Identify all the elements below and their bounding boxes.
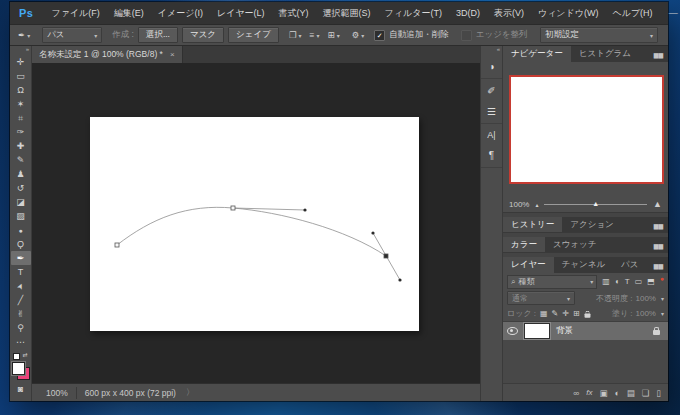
- filter-smart-object-icon[interactable]: ⬒: [647, 277, 655, 286]
- new-group-icon[interactable]: ▤: [627, 388, 635, 398]
- filter-type-icon[interactable]: T: [625, 277, 630, 286]
- line-tool[interactable]: ╱: [11, 293, 31, 307]
- delete-layer-icon[interactable]: ▯: [656, 388, 661, 398]
- menu-view[interactable]: 表示(V): [487, 2, 531, 24]
- dodge-tool[interactable]: Ϙ: [11, 237, 31, 251]
- menu-select[interactable]: 選択範囲(S): [316, 2, 378, 24]
- brush-tool[interactable]: ✎: [11, 153, 31, 167]
- path-alignment-dropdown[interactable]: ≡ ▾: [310, 30, 320, 40]
- gradient-tool[interactable]: ▨: [11, 209, 31, 223]
- path-operations-dropdown[interactable]: ❐ ▾: [289, 30, 302, 40]
- lasso-tool[interactable]: Ω: [11, 83, 31, 97]
- tab-paths[interactable]: パス: [613, 257, 646, 273]
- dock-expand-icon[interactable]: «: [497, 46, 500, 55]
- menu-type[interactable]: 書式(Y): [272, 2, 316, 24]
- lock-position-icon[interactable]: ✛: [562, 309, 569, 318]
- tool-preset-picker[interactable]: ✒ ▾: [18, 30, 30, 40]
- filter-shape-icon[interactable]: ▭: [635, 277, 643, 286]
- zoom-tool[interactable]: ⚲: [11, 321, 31, 335]
- tab-history[interactable]: ヒストリー: [503, 217, 562, 232]
- auto-add-delete-checkbox[interactable]: ✓ 自動追加・削除: [374, 29, 449, 41]
- new-layer-icon[interactable]: ❏: [642, 388, 650, 398]
- menu-file[interactable]: ファイル(F): [44, 2, 106, 24]
- menu-filter[interactable]: フィルター(T): [378, 2, 449, 24]
- panel-menu-icon[interactable]: ▆▆: [654, 262, 663, 269]
- filter-image-icon[interactable]: ▥: [602, 277, 610, 286]
- foreground-color-swatch[interactable]: [12, 362, 25, 375]
- layer-style-fx-icon[interactable]: fx: [586, 388, 592, 397]
- add-mask-icon[interactable]: ▣: [599, 388, 607, 398]
- quick-selection-tool[interactable]: ✶: [11, 97, 31, 111]
- document-tab[interactable]: 名称未設定 1 @ 100% (RGB/8) * ×: [32, 46, 183, 63]
- panel-menu-icon[interactable]: ▆▆: [654, 241, 663, 248]
- path-selection-tool[interactable]: ➤: [11, 279, 31, 293]
- menu-image[interactable]: イメージ(I): [151, 2, 210, 24]
- status-zoom-field[interactable]: 100%: [46, 388, 68, 398]
- lock-artboard-icon[interactable]: ⊞: [573, 309, 580, 318]
- make-mask-button[interactable]: マスク: [182, 27, 224, 43]
- zoom-out-icon[interactable]: ▴: [535, 201, 538, 208]
- make-selection-button[interactable]: 選択...: [138, 27, 178, 43]
- clone-stamp-tool[interactable]: ♟: [11, 167, 31, 181]
- menu-3d[interactable]: 3D(D): [449, 2, 487, 24]
- layer-visibility-eye-icon[interactable]: [507, 327, 518, 335]
- hand-tool[interactable]: ✌: [11, 307, 31, 321]
- crop-tool[interactable]: ⌗: [11, 111, 31, 125]
- menu-layer[interactable]: レイヤー(L): [210, 2, 272, 24]
- filter-type-dropdown[interactable]: ⌕ 種類 ▾: [507, 275, 597, 289]
- panel-menu-icon[interactable]: ▆▆: [654, 51, 663, 58]
- make-shape-button[interactable]: シェイプ: [228, 27, 279, 43]
- path-arrangement-dropdown[interactable]: ⊞ ▾: [328, 30, 340, 40]
- tab-channels[interactable]: チャンネル: [554, 257, 614, 273]
- type-tool[interactable]: T: [11, 265, 31, 279]
- lock-pixels-icon[interactable]: ✎: [552, 309, 559, 318]
- menu-help[interactable]: ヘルプ(H): [605, 2, 659, 24]
- navigator-zoom-value[interactable]: 100%: [509, 200, 529, 209]
- tab-actions[interactable]: アクション: [562, 217, 622, 232]
- spot-healing-tool[interactable]: ✚: [11, 139, 31, 153]
- tool-mode-dropdown[interactable]: パス ▾: [42, 27, 102, 43]
- canvas-document[interactable]: [90, 117, 419, 331]
- clone-source-panel-icon[interactable]: ☰: [487, 106, 496, 117]
- character-panel-icon[interactable]: A|: [487, 130, 495, 140]
- status-chevron-icon[interactable]: 〉: [186, 387, 195, 399]
- navigator-proxy-preview[interactable]: [509, 75, 664, 184]
- quick-mask-button[interactable]: ◙: [11, 382, 31, 396]
- tab-color[interactable]: カラー: [503, 237, 545, 252]
- blend-mode-dropdown[interactable]: 通常 ▾: [507, 291, 575, 305]
- zoom-slider-thumb[interactable]: ▲: [592, 200, 599, 207]
- link-layers-icon[interactable]: ∞: [573, 388, 579, 398]
- tab-swatches[interactable]: スウォッチ: [545, 237, 605, 252]
- filter-adjustment-icon[interactable]: ◐: [615, 277, 620, 286]
- workspace-preset-dropdown[interactable]: 初期設定 ▾: [540, 27, 658, 43]
- history-brush-tool[interactable]: ↺: [11, 181, 31, 195]
- pen-options-gear[interactable]: ⚙ ▾: [352, 30, 365, 40]
- menu-edit[interactable]: 編集(E): [107, 2, 151, 24]
- blur-tool[interactable]: ●: [11, 223, 31, 237]
- navigator-zoom-slider[interactable]: ▲: [544, 204, 647, 205]
- minimize-button[interactable]: —: [660, 2, 680, 24]
- lock-all-icon[interactable]: [584, 313, 590, 317]
- move-tool[interactable]: ✛: [11, 55, 31, 69]
- rectangular-marquee-tool[interactable]: ▭: [11, 69, 31, 83]
- layer-row-background[interactable]: 背景: [503, 322, 668, 340]
- adjustments-panel-icon[interactable]: ◑: [488, 61, 494, 72]
- lock-transparent-icon[interactable]: ▦: [540, 309, 548, 318]
- tab-navigator[interactable]: ナビゲーター: [503, 46, 571, 62]
- default-colors-control[interactable]: ⇄: [13, 351, 29, 359]
- tab-histogram[interactable]: ヒストグラム: [571, 46, 639, 62]
- eyedropper-tool[interactable]: ✑: [11, 125, 31, 139]
- brush-settings-panel-icon[interactable]: ✐: [487, 85, 495, 96]
- panel-menu-icon[interactable]: ▆▆: [654, 221, 663, 228]
- menu-window[interactable]: ウィンドウ(W): [531, 2, 606, 24]
- tab-close-icon[interactable]: ×: [170, 50, 175, 59]
- edit-toolbar-button[interactable]: ⋯: [11, 335, 31, 349]
- pen-tool[interactable]: ✒: [11, 251, 31, 265]
- layer-thumbnail[interactable]: [524, 323, 550, 339]
- tools-collapse-icon[interactable]: »: [26, 46, 29, 55]
- tab-layers[interactable]: レイヤー: [503, 257, 554, 273]
- adjustment-layer-icon[interactable]: ◐: [615, 388, 620, 398]
- zoom-in-icon[interactable]: ▲: [653, 199, 662, 209]
- paragraph-panel-icon[interactable]: ¶: [489, 150, 494, 161]
- eraser-tool[interactable]: ◪: [11, 195, 31, 209]
